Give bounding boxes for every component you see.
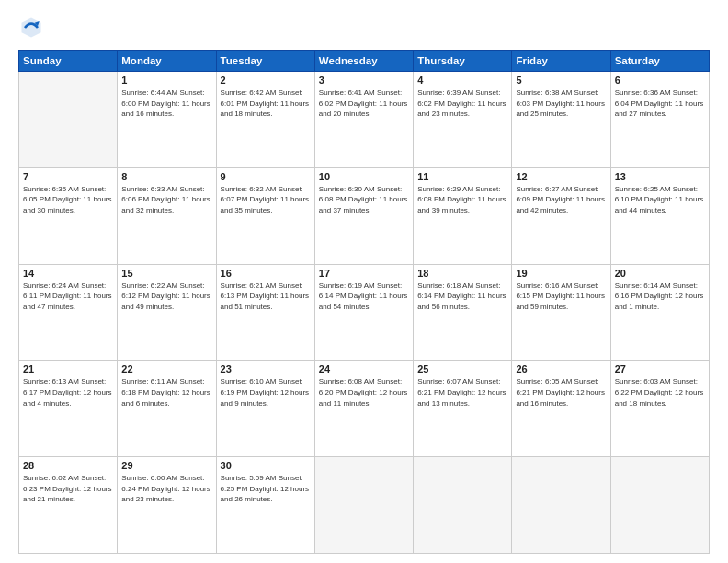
day-number: 29 xyxy=(121,460,211,471)
day-cell: 23Sunrise: 6:10 AM Sunset: 6:19 PM Dayli… xyxy=(216,361,314,457)
day-info: Sunrise: 6:00 AM Sunset: 6:24 PM Dayligh… xyxy=(121,473,211,505)
day-info: Sunrise: 6:21 AM Sunset: 6:13 PM Dayligh… xyxy=(221,281,311,313)
day-cell xyxy=(314,457,413,554)
day-number: 26 xyxy=(516,363,606,374)
day-cell xyxy=(512,457,610,554)
day-info: Sunrise: 6:27 AM Sunset: 6:09 PM Dayligh… xyxy=(516,184,606,216)
day-number: 17 xyxy=(319,268,409,279)
day-info: Sunrise: 6:22 AM Sunset: 6:12 PM Dayligh… xyxy=(121,281,211,313)
day-cell: 22Sunrise: 6:11 AM Sunset: 6:18 PM Dayli… xyxy=(118,361,216,457)
day-info: Sunrise: 6:18 AM Sunset: 6:14 PM Dayligh… xyxy=(417,281,507,313)
day-info: Sunrise: 6:29 AM Sunset: 6:08 PM Dayligh… xyxy=(417,184,507,216)
day-info: Sunrise: 6:33 AM Sunset: 6:06 PM Dayligh… xyxy=(121,184,211,216)
day-info: Sunrise: 6:02 AM Sunset: 6:23 PM Dayligh… xyxy=(23,473,113,505)
day-cell xyxy=(19,72,118,168)
day-number: 6 xyxy=(615,75,705,86)
weekday-monday: Monday xyxy=(118,51,216,72)
week-row-4: 28Sunrise: 6:02 AM Sunset: 6:23 PM Dayli… xyxy=(19,457,710,554)
day-info: Sunrise: 6:11 AM Sunset: 6:18 PM Dayligh… xyxy=(121,376,211,408)
day-number: 3 xyxy=(319,75,409,86)
day-cell: 17Sunrise: 6:19 AM Sunset: 6:14 PM Dayli… xyxy=(314,264,413,361)
day-number: 27 xyxy=(615,363,705,374)
week-row-3: 21Sunrise: 6:13 AM Sunset: 6:17 PM Dayli… xyxy=(19,361,710,457)
day-cell: 10Sunrise: 6:30 AM Sunset: 6:08 PM Dayli… xyxy=(314,167,413,264)
day-cell: 11Sunrise: 6:29 AM Sunset: 6:08 PM Dayli… xyxy=(414,167,512,264)
weekday-header-row: SundayMondayTuesdayWednesdayThursdayFrid… xyxy=(19,51,710,72)
day-number: 23 xyxy=(221,363,311,374)
day-number: 20 xyxy=(615,268,705,279)
day-number: 13 xyxy=(615,171,705,182)
day-info: Sunrise: 6:41 AM Sunset: 6:02 PM Dayligh… xyxy=(319,87,409,120)
day-number: 7 xyxy=(23,171,113,182)
day-info: Sunrise: 6:19 AM Sunset: 6:14 PM Dayligh… xyxy=(319,281,409,313)
day-info: Sunrise: 6:38 AM Sunset: 6:03 PM Dayligh… xyxy=(516,87,606,120)
weekday-saturday: Saturday xyxy=(610,51,709,72)
day-cell xyxy=(610,457,709,554)
day-info: Sunrise: 6:42 AM Sunset: 6:01 PM Dayligh… xyxy=(221,87,311,120)
weekday-wednesday: Wednesday xyxy=(314,51,413,72)
day-number: 8 xyxy=(121,171,211,182)
day-cell: 26Sunrise: 6:05 AM Sunset: 6:21 PM Dayli… xyxy=(512,361,610,457)
day-info: Sunrise: 6:35 AM Sunset: 6:05 PM Dayligh… xyxy=(23,184,113,216)
day-number: 14 xyxy=(23,268,113,279)
day-cell: 3Sunrise: 6:41 AM Sunset: 6:02 PM Daylig… xyxy=(314,72,413,168)
day-number: 22 xyxy=(121,363,211,374)
day-number: 11 xyxy=(417,171,507,182)
weekday-thursday: Thursday xyxy=(414,51,512,72)
day-cell: 27Sunrise: 6:03 AM Sunset: 6:22 PM Dayli… xyxy=(610,361,709,457)
day-info: Sunrise: 6:44 AM Sunset: 6:00 PM Dayligh… xyxy=(121,87,211,120)
day-info: Sunrise: 6:05 AM Sunset: 6:21 PM Dayligh… xyxy=(516,376,606,408)
day-cell: 21Sunrise: 6:13 AM Sunset: 6:17 PM Dayli… xyxy=(19,361,118,457)
weekday-tuesday: Tuesday xyxy=(216,51,314,72)
day-number: 4 xyxy=(417,75,507,86)
day-number: 15 xyxy=(121,268,211,279)
day-number: 24 xyxy=(319,363,409,374)
day-info: Sunrise: 6:39 AM Sunset: 6:02 PM Dayligh… xyxy=(417,87,507,120)
day-cell: 5Sunrise: 6:38 AM Sunset: 6:03 PM Daylig… xyxy=(512,72,610,168)
day-cell xyxy=(414,457,512,554)
day-cell: 9Sunrise: 6:32 AM Sunset: 6:07 PM Daylig… xyxy=(216,167,314,264)
day-cell: 1Sunrise: 6:44 AM Sunset: 6:00 PM Daylig… xyxy=(118,72,216,168)
day-cell: 28Sunrise: 6:02 AM Sunset: 6:23 PM Dayli… xyxy=(19,457,118,554)
day-cell: 24Sunrise: 6:08 AM Sunset: 6:20 PM Dayli… xyxy=(314,361,413,457)
calendar: SundayMondayTuesdayWednesdayThursdayFrid… xyxy=(18,50,710,554)
day-number: 28 xyxy=(23,460,113,471)
day-number: 10 xyxy=(319,171,409,182)
header xyxy=(18,15,710,40)
day-info: Sunrise: 6:32 AM Sunset: 6:07 PM Dayligh… xyxy=(221,184,311,216)
page: SundayMondayTuesdayWednesdayThursdayFrid… xyxy=(0,0,728,563)
day-number: 18 xyxy=(417,268,507,279)
day-info: Sunrise: 6:13 AM Sunset: 6:17 PM Dayligh… xyxy=(23,376,113,408)
week-row-0: 1Sunrise: 6:44 AM Sunset: 6:00 PM Daylig… xyxy=(19,72,710,168)
day-info: Sunrise: 6:14 AM Sunset: 6:16 PM Dayligh… xyxy=(615,281,705,313)
day-number: 9 xyxy=(221,171,311,182)
day-cell: 2Sunrise: 6:42 AM Sunset: 6:01 PM Daylig… xyxy=(216,72,314,168)
day-cell: 12Sunrise: 6:27 AM Sunset: 6:09 PM Dayli… xyxy=(512,167,610,264)
day-info: Sunrise: 6:03 AM Sunset: 6:22 PM Dayligh… xyxy=(615,376,705,408)
day-cell: 14Sunrise: 6:24 AM Sunset: 6:11 PM Dayli… xyxy=(19,264,118,361)
day-info: Sunrise: 6:16 AM Sunset: 6:15 PM Dayligh… xyxy=(516,281,606,313)
day-number: 16 xyxy=(221,268,311,279)
day-cell: 7Sunrise: 6:35 AM Sunset: 6:05 PM Daylig… xyxy=(19,167,118,264)
day-number: 1 xyxy=(121,75,211,86)
day-cell: 15Sunrise: 6:22 AM Sunset: 6:12 PM Dayli… xyxy=(118,264,216,361)
day-cell: 13Sunrise: 6:25 AM Sunset: 6:10 PM Dayli… xyxy=(610,167,709,264)
day-info: Sunrise: 6:24 AM Sunset: 6:11 PM Dayligh… xyxy=(23,281,113,313)
day-cell: 18Sunrise: 6:18 AM Sunset: 6:14 PM Dayli… xyxy=(414,264,512,361)
week-row-1: 7Sunrise: 6:35 AM Sunset: 6:05 PM Daylig… xyxy=(19,167,710,264)
day-number: 30 xyxy=(221,460,311,471)
logo xyxy=(18,15,48,40)
day-cell: 25Sunrise: 6:07 AM Sunset: 6:21 PM Dayli… xyxy=(414,361,512,457)
day-number: 12 xyxy=(516,171,606,182)
day-info: Sunrise: 6:07 AM Sunset: 6:21 PM Dayligh… xyxy=(417,376,507,408)
day-number: 2 xyxy=(221,75,311,86)
day-number: 19 xyxy=(516,268,606,279)
day-info: Sunrise: 6:30 AM Sunset: 6:08 PM Dayligh… xyxy=(319,184,409,216)
day-number: 5 xyxy=(516,75,606,86)
weekday-friday: Friday xyxy=(512,51,610,72)
day-cell: 30Sunrise: 5:59 AM Sunset: 6:25 PM Dayli… xyxy=(216,457,314,554)
day-info: Sunrise: 6:08 AM Sunset: 6:20 PM Dayligh… xyxy=(319,376,409,408)
day-cell: 6Sunrise: 6:36 AM Sunset: 6:04 PM Daylig… xyxy=(610,72,709,168)
weekday-sunday: Sunday xyxy=(19,51,118,72)
day-info: Sunrise: 6:36 AM Sunset: 6:04 PM Dayligh… xyxy=(615,87,705,120)
